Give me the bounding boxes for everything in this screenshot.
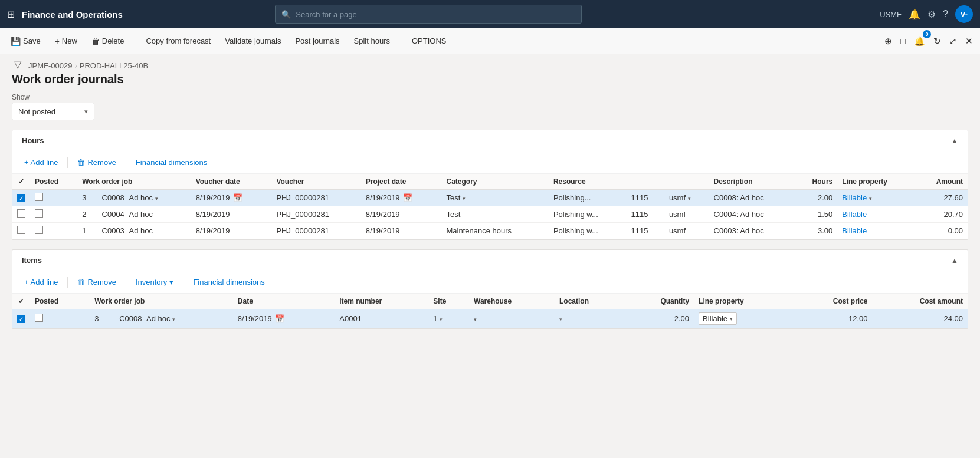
items-table: ✓ Posted Work order job Date Item number… xyxy=(12,294,968,328)
items-financial-dimensions-button[interactable]: Financial dimensions xyxy=(188,276,269,288)
items-section-header[interactable]: Items ▲ xyxy=(12,250,968,271)
new-button[interactable]: + New xyxy=(49,34,83,48)
items-col-header-cost-price: Cost price xyxy=(793,294,873,309)
items-row-posted-checkbox[interactable] xyxy=(35,314,43,322)
maximize-icon[interactable]: ⤢ xyxy=(947,34,959,49)
hours-table-header: ✓ Posted Work order job Voucher date Vou… xyxy=(12,174,968,190)
items-col-header-posted: Posted xyxy=(30,294,90,309)
hours-row-resource-num: 1115 xyxy=(627,190,664,206)
post-journals-button[interactable]: Post journals xyxy=(289,34,345,48)
hours-row-cal-icon[interactable]: 📅 xyxy=(233,193,242,202)
hours-row-num: 1 xyxy=(77,223,97,239)
office-icon[interactable]: □ xyxy=(898,34,908,48)
hours-row-posted-checkbox[interactable] xyxy=(35,209,43,218)
settings-icon[interactable]: ⚙ xyxy=(927,9,936,20)
items-warehouse-dropdown-arrow: ▾ xyxy=(474,317,477,322)
hours-row-project-date: 8/19/2019 xyxy=(361,206,442,223)
items-col-header-date: Date xyxy=(233,294,335,309)
items-row-warehouse: ▾ xyxy=(469,309,555,328)
filter-select[interactable]: Not posted ▾ xyxy=(12,103,94,120)
items-inventory-button[interactable]: Inventory ▾ xyxy=(131,276,178,288)
hours-row-code: C0008 xyxy=(102,193,124,202)
hours-row-posted-checkbox[interactable] xyxy=(35,193,43,201)
resource-dropdown-arrow: ▾ xyxy=(688,196,691,202)
options-button[interactable]: OPTIONS xyxy=(406,34,453,48)
refresh-icon[interactable]: ↻ xyxy=(931,34,943,49)
search-input[interactable] xyxy=(296,10,575,19)
hours-row-checkbox[interactable] xyxy=(17,209,25,218)
hours-row-posted-checkbox[interactable] xyxy=(35,226,43,234)
hours-sep-1 xyxy=(67,157,68,168)
hours-row-type-select[interactable]: Ad hoc ▾ xyxy=(129,193,158,202)
items-add-line-button[interactable]: + Add line xyxy=(19,276,63,288)
hours-row-type-select[interactable]: Ad hoc xyxy=(129,210,152,219)
hours-row-description: C0003: Ad hoc xyxy=(709,223,795,239)
hours-row-type-select[interactable]: Ad hoc xyxy=(129,226,152,235)
hours-row-posted xyxy=(30,223,77,239)
items-col-header-checkall[interactable]: ✓ xyxy=(12,294,30,309)
hours-row-project-cal-icon[interactable]: 📅 xyxy=(403,193,412,202)
items-row-checkbox[interactable]: ✓ xyxy=(17,315,25,323)
hours-row-line-property-link[interactable]: Billable xyxy=(842,226,867,235)
badge-count: 0 xyxy=(923,30,931,38)
validate-journals-button[interactable]: Validate journals xyxy=(219,34,287,48)
hours-section-header[interactable]: Hours ▲ xyxy=(12,130,968,151)
items-col-header-cost-amount: Cost amount xyxy=(873,294,968,309)
items-sep-3 xyxy=(183,277,183,288)
hours-remove-button[interactable]: 🗑 Remove xyxy=(73,156,120,169)
hours-row-code: C0004 xyxy=(102,210,124,219)
items-type-dropdown-arrow: ▾ xyxy=(172,317,175,322)
hours-row-check-cell[interactable] xyxy=(12,206,30,223)
notification-icon[interactable]: 🔔 xyxy=(909,9,920,20)
new-icon: + xyxy=(55,37,60,46)
items-row-line-property-select[interactable]: Billable ▾ xyxy=(699,312,737,325)
col-header-amount: Amount xyxy=(916,174,968,190)
hours-row-line-property-link[interactable]: Billable xyxy=(842,210,867,219)
hours-row-project-date: 8/19/2019 📅 xyxy=(361,190,442,206)
hours-row-voucher-date: 8/19/2019 📅 xyxy=(191,190,272,206)
hours-sep-2 xyxy=(126,157,126,168)
help-icon[interactable]: ? xyxy=(943,9,948,19)
hours-row-check-cell[interactable] xyxy=(12,223,30,239)
hours-financial-dimensions-button[interactable]: Financial dimensions xyxy=(131,156,212,169)
items-row-cal-icon[interactable]: 📅 xyxy=(275,314,284,323)
hours-row-voucher-date: 8/19/2019 xyxy=(191,206,272,223)
hours-row-checkbox[interactable]: ✓ xyxy=(17,194,25,202)
items-remove-button[interactable]: 🗑 Remove xyxy=(73,276,120,288)
grid-icon[interactable]: ⊞ xyxy=(7,9,15,20)
items-row-num: 3 xyxy=(90,309,114,328)
hours-row-voucher: PHJ_00000281 xyxy=(271,206,360,223)
hours-add-line-button[interactable]: + Add line xyxy=(19,156,63,169)
close-icon[interactable]: ✕ xyxy=(963,34,975,49)
avatar[interactable]: V- xyxy=(955,5,973,23)
items-row-type-select[interactable]: Ad hoc ▾ xyxy=(146,314,175,323)
pin-icon[interactable]: ⊕ xyxy=(882,34,894,49)
hours-row-line-property-link[interactable]: Billable xyxy=(842,193,867,202)
search-bar[interactable]: 🔍 xyxy=(275,5,582,24)
hours-section-toolbar: + Add line 🗑 Remove Financial dimensions xyxy=(12,151,968,174)
breadcrumb-part1: JPMF-00029 xyxy=(28,61,72,70)
split-hours-button[interactable]: Split hours xyxy=(348,34,396,48)
hours-row-checkbox[interactable] xyxy=(17,226,25,234)
items-row-code: C0008 xyxy=(119,314,142,323)
hours-row-check-cell[interactable]: ✓ xyxy=(12,190,30,206)
filter-select-value: Not posted xyxy=(18,107,80,116)
hours-row-amount: 0.00 xyxy=(916,223,968,239)
line-property-dropdown-arrow: ▾ xyxy=(869,196,872,202)
col-header-checkall[interactable]: ✓ xyxy=(12,174,30,190)
items-row-check-cell[interactable]: ✓ xyxy=(12,309,30,328)
split-hours-label: Split hours xyxy=(354,37,390,45)
items-table-scroll[interactable]: ✓ Posted Work order job Date Item number… xyxy=(12,294,968,328)
page-content: ▽ JPMF-00029 › PROD-HALL25-40B Work orde… xyxy=(0,57,980,350)
hours-collapse-icon: ▲ xyxy=(951,137,958,145)
hours-table-scroll[interactable]: ✓ Posted Work order job Voucher date Vou… xyxy=(12,174,968,239)
delete-button[interactable]: 🗑 Delete xyxy=(86,34,130,48)
save-button[interactable]: 💾 Save xyxy=(5,34,47,48)
filter-button[interactable]: ▽ xyxy=(12,57,24,73)
validate-journals-label: Validate journals xyxy=(225,37,281,45)
hours-row-description: C0004: Ad hoc xyxy=(709,206,795,223)
hours-row-line-property: Billable xyxy=(837,223,916,239)
delete-icon: 🗑 xyxy=(91,37,100,46)
hours-table-row: 2 C0004 Ad hoc 8/19/2019 PHJ_00000281 8/… xyxy=(12,206,968,223)
copy-from-forecast-button[interactable]: Copy from forecast xyxy=(140,34,217,48)
